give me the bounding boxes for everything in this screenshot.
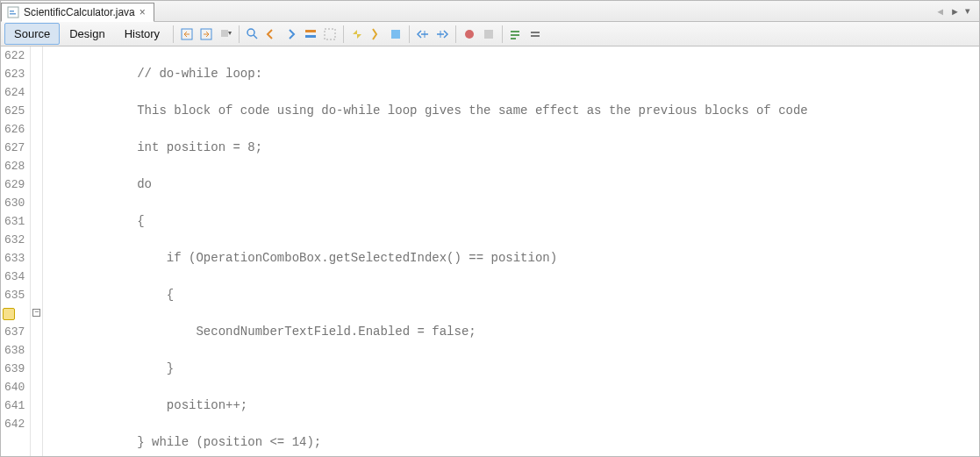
line-gutter: 622 623 624 625 626 627 628 629 630 631 … bbox=[1, 46, 31, 456]
line-number: 627 bbox=[4, 139, 25, 157]
shift-right-icon[interactable] bbox=[433, 25, 451, 43]
svg-rect-1 bbox=[10, 11, 14, 12]
nav-fwd-icon[interactable] bbox=[197, 25, 215, 43]
code-editor[interactable]: 622 623 624 625 626 627 628 629 630 631 … bbox=[1, 46, 979, 456]
svg-rect-5 bbox=[221, 30, 228, 37]
find-selection-icon[interactable] bbox=[244, 25, 261, 43]
line-number bbox=[4, 304, 25, 323]
tab-nav: ◄ ► ▾ bbox=[935, 1, 979, 21]
toggle-highlight-icon[interactable] bbox=[302, 25, 319, 43]
code-line: if (OperationComboBox.getSelectedIndex()… bbox=[43, 249, 979, 268]
svg-rect-15 bbox=[484, 30, 493, 39]
line-number: 624 bbox=[4, 83, 25, 102]
code-line: // do-while loop: bbox=[43, 65, 979, 83]
line-number: 629 bbox=[4, 175, 25, 194]
line-number: 631 bbox=[4, 212, 25, 231]
svg-rect-0 bbox=[8, 7, 18, 18]
code-line: position++; bbox=[43, 396, 979, 415]
separator bbox=[343, 25, 344, 43]
svg-point-6 bbox=[247, 29, 254, 36]
code-area[interactable]: // do-while loop: This block of code usi… bbox=[43, 46, 979, 456]
code-line: { bbox=[43, 212, 979, 231]
tab-history[interactable]: History bbox=[115, 23, 169, 45]
toggle-bookmark-icon[interactable] bbox=[387, 25, 404, 43]
tab-design[interactable]: Design bbox=[60, 23, 114, 45]
line-number: 622 bbox=[4, 46, 25, 65]
line-number: 628 bbox=[4, 157, 25, 175]
nav-back-icon[interactable] bbox=[178, 25, 196, 43]
line-number: 638 bbox=[4, 341, 25, 360]
separator bbox=[455, 25, 456, 43]
selection-mode-icon[interactable] bbox=[321, 25, 339, 43]
find-next-icon[interactable] bbox=[283, 25, 300, 43]
separator bbox=[239, 25, 240, 43]
file-tab[interactable]: ScientificCalculator.java × bbox=[1, 3, 154, 22]
line-number: 642 bbox=[4, 415, 25, 433]
line-number: 632 bbox=[4, 231, 25, 249]
file-tab-bar: ScientificCalculator.java × ◄ ► ▾ bbox=[1, 1, 979, 22]
tab-source[interactable]: Source bbox=[4, 23, 60, 45]
shift-left-icon[interactable] bbox=[414, 25, 432, 43]
svg-rect-11 bbox=[391, 30, 400, 39]
comment-icon[interactable] bbox=[507, 25, 525, 43]
separator bbox=[409, 25, 410, 43]
line-number: 634 bbox=[4, 268, 25, 286]
svg-rect-9 bbox=[305, 35, 316, 38]
svg-rect-10 bbox=[325, 29, 335, 39]
dropdown-icon[interactable] bbox=[217, 25, 234, 43]
line-number: 639 bbox=[4, 360, 25, 378]
code-line: This block of code using do-while loop g… bbox=[43, 102, 979, 120]
code-line: do bbox=[43, 175, 979, 194]
line-number: 635 bbox=[4, 286, 25, 304]
next-bookmark-icon[interactable] bbox=[368, 25, 385, 43]
fold-gutter: − bbox=[31, 46, 43, 456]
code-line: SecondNumberTextField.Enabled = false; bbox=[43, 323, 979, 341]
line-number: 640 bbox=[4, 378, 25, 396]
svg-rect-2 bbox=[10, 13, 16, 15]
code-line: { bbox=[43, 286, 979, 304]
uncomment-icon[interactable] bbox=[526, 25, 544, 43]
tab-prev-icon[interactable]: ◄ bbox=[935, 6, 945, 17]
svg-line-7 bbox=[254, 35, 257, 39]
java-file-icon bbox=[7, 6, 19, 18]
fold-toggle-icon[interactable]: − bbox=[32, 309, 40, 317]
close-icon[interactable]: × bbox=[139, 9, 147, 16]
stop-macro-icon[interactable] bbox=[480, 25, 497, 43]
tab-menu-icon[interactable]: ▾ bbox=[965, 5, 970, 17]
code-line: } while (position <= 14); bbox=[43, 433, 979, 452]
svg-rect-8 bbox=[305, 30, 316, 32]
separator bbox=[502, 25, 503, 43]
line-number: 637 bbox=[4, 323, 25, 341]
editor-toolbar: Source Design History bbox=[1, 22, 979, 46]
line-number: 625 bbox=[4, 102, 25, 120]
start-macro-icon[interactable] bbox=[461, 25, 478, 43]
tab-next-icon[interactable]: ► bbox=[950, 6, 960, 17]
line-number: 641 bbox=[4, 396, 25, 415]
separator bbox=[173, 25, 174, 43]
find-prev-icon[interactable] bbox=[263, 25, 281, 43]
svg-point-14 bbox=[465, 30, 474, 39]
code-line: } bbox=[43, 360, 979, 378]
file-tab-label: ScientificCalculator.java bbox=[24, 6, 135, 18]
line-number: 626 bbox=[4, 120, 25, 139]
line-number: 623 bbox=[4, 65, 25, 83]
code-line: int position = 8; bbox=[43, 139, 979, 157]
prev-bookmark-icon[interactable] bbox=[348, 25, 366, 43]
line-number: 630 bbox=[4, 194, 25, 212]
line-number: 633 bbox=[4, 249, 25, 268]
